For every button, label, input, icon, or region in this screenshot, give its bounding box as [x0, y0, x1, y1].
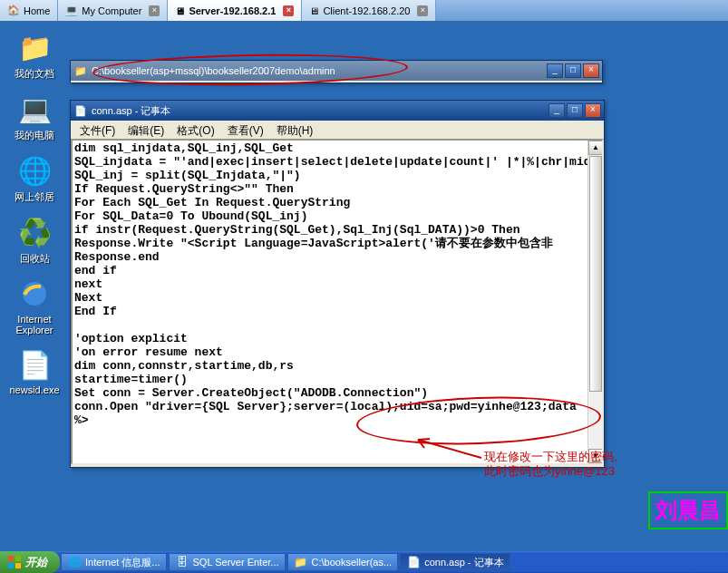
- tab-client[interactable]: 🖥 Client-192.168.2.20 ×: [302, 0, 436, 21]
- desktop-icon-my-computer[interactable]: 💻我的电脑: [7, 92, 62, 142]
- desktop-icon-network[interactable]: 🌐网上邻居: [7, 154, 62, 204]
- menu-help[interactable]: 帮助(H): [271, 122, 319, 137]
- notepad-title: conn.asp - 记事本: [92, 104, 548, 118]
- desktop-icon-my-documents[interactable]: 📁我的文档: [7, 31, 62, 81]
- minimize-button[interactable]: _: [547, 63, 563, 78]
- folder-titlebar[interactable]: 📁 C:\bookseller(asp+mssql)\bookseller200…: [71, 61, 602, 81]
- menu-edit[interactable]: 编辑(E): [122, 122, 170, 137]
- server-icon: 🖥: [175, 5, 185, 16]
- desktop-icon-recycle[interactable]: ♻️回收站: [7, 216, 62, 266]
- tab-label: Client-192.168.2.20: [323, 5, 410, 16]
- tab-label: Server-192.168.2.1: [189, 5, 276, 16]
- notepad-body: dim sql_injdata,SQL_inj,SQL_Get SQL_injd…: [71, 139, 604, 465]
- notepad-icon: 📄: [406, 555, 421, 569]
- close-icon[interactable]: ×: [417, 5, 428, 16]
- maximize-button[interactable]: □: [567, 103, 583, 118]
- scroll-up-button[interactable]: ▲: [588, 141, 603, 155]
- session-tabbar: 🏠 Home 💻 My Computer × 🖥 Server-192.168.…: [0, 0, 728, 22]
- svg-rect-4: [15, 563, 21, 568]
- taskbar-item-iis[interactable]: 🌐Internet 信息服...: [61, 553, 167, 571]
- windows-logo-icon: [7, 555, 22, 569]
- notepad-titlebar[interactable]: 📄 conn.asp - 记事本 _ □ ×: [71, 101, 604, 121]
- tab-label: My Computer: [82, 5, 141, 16]
- folder-icon: 📁: [73, 63, 88, 78]
- notepad-icon: 📄: [73, 103, 88, 118]
- menu-format[interactable]: 格式(O): [171, 122, 219, 137]
- annotation-text: 现在修改一下这里的密码, 此时密码也为yinhe@123: [484, 450, 617, 479]
- desktop-icon-ie[interactable]: Internet Explorer: [7, 277, 62, 335]
- tab-label: Home: [24, 5, 50, 16]
- menu-file[interactable]: 文件(F): [74, 122, 121, 137]
- svg-rect-3: [8, 563, 14, 568]
- desktop-icon-newsid[interactable]: 📄newsid.exe: [7, 348, 62, 395]
- taskbar-item-explorer[interactable]: 📁C:\bookseller(as...: [287, 553, 399, 571]
- folder-title: C:\bookseller(asp+mssql)\bookseller2007d…: [92, 65, 547, 76]
- scroll-thumb[interactable]: [589, 156, 602, 392]
- tab-server[interactable]: 🖥 Server-192.168.2.1 ×: [168, 0, 302, 21]
- taskbar-item-notepad[interactable]: 📄conn.asp - 记事本: [400, 553, 510, 571]
- close-button[interactable]: ×: [585, 103, 601, 118]
- maximize-button[interactable]: □: [565, 63, 581, 78]
- computer-icon: 💻: [65, 5, 78, 16]
- close-icon[interactable]: ×: [149, 5, 160, 16]
- taskbar-item-sqlserver[interactable]: 🗄SQL Server Enter...: [169, 553, 286, 571]
- folder-window[interactable]: 📁 C:\bookseller(asp+mssql)\bookseller200…: [70, 60, 603, 83]
- start-button[interactable]: 开始: [0, 551, 60, 573]
- tab-home[interactable]: 🏠 Home: [0, 0, 58, 21]
- home-icon: 🏠: [7, 5, 20, 16]
- notepad-menubar: 文件(F) 编辑(E) 格式(O) 查看(V) 帮助(H): [71, 121, 604, 139]
- folder-icon: 📁: [294, 555, 308, 569]
- app-icon: 🗄: [175, 555, 189, 569]
- remote-desktop: 📁我的文档 💻我的电脑 🌐网上邻居 ♻️回收站 Internet Explore…: [0, 22, 728, 551]
- app-icon: 🌐: [67, 555, 82, 569]
- client-icon: 🖥: [309, 5, 319, 16]
- scrollbar-vertical[interactable]: ▲ ▼: [587, 141, 602, 463]
- close-button[interactable]: ×: [583, 63, 599, 78]
- watermark: 刘晨昌: [648, 491, 728, 529]
- svg-rect-2: [15, 556, 21, 561]
- minimize-button[interactable]: _: [548, 103, 565, 118]
- close-icon[interactable]: ×: [283, 5, 294, 16]
- notepad-textarea[interactable]: dim sql_injdata,SQL_inj,SQL_Get SQL_injd…: [73, 141, 602, 428]
- annotation-arrow: [413, 435, 486, 462]
- taskbar: 开始 🌐Internet 信息服... 🗄SQL Server Enter...…: [0, 551, 728, 573]
- tab-my-computer[interactable]: 💻 My Computer ×: [58, 0, 168, 21]
- svg-rect-1: [8, 556, 14, 561]
- notepad-window: 📄 conn.asp - 记事本 _ □ × 文件(F) 编辑(E) 格式(O)…: [70, 100, 605, 468]
- menu-view[interactable]: 查看(V): [222, 122, 269, 137]
